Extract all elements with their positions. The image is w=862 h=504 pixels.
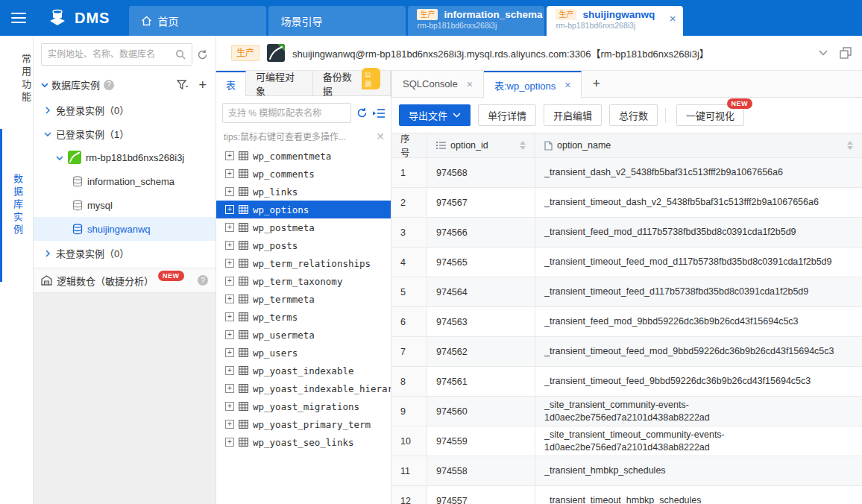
expand-icon[interactable]: +	[225, 294, 234, 303]
table-item-wp_links[interactable]: +wp_links	[216, 183, 391, 201]
table-item-wp_yoast_indexable_hierarc…[interactable]: +wp_yoast_indexable_hierarc…	[216, 379, 391, 397]
tree-item-information_schema[interactable]: information_schema	[34, 169, 216, 193]
sort-icons[interactable]	[520, 141, 526, 150]
cell-option-name[interactable]: _transient_feed_mod_d117b5738fbd35bd8c03…	[535, 218, 862, 247]
nav-tab-scene-guide[interactable]: 场景引导	[268, 6, 406, 36]
table-item-wp_users[interactable]: +wp_users	[216, 344, 391, 362]
object-tab-可编程对象[interactable]: 可编程对象	[246, 71, 313, 95]
chevron-right-icon[interactable]	[44, 250, 51, 256]
table-row[interactable]: 3974566_transient_feed_mod_d117b5738fbd3…	[391, 218, 862, 248]
table-row[interactable]: 4974565_transient_timeout_feed_mod_d117b…	[391, 248, 862, 277]
cell-option-name[interactable]: _transient_timeout_feed_mod_d117b5738fbd…	[535, 248, 862, 277]
table-row[interactable]: 9974560_site_transient_community-events-…	[391, 397, 862, 426]
table-item-wp_options[interactable]: +wp_options	[216, 201, 391, 218]
table-item-wp_terms[interactable]: +wp_terms	[216, 308, 391, 326]
expand-icon[interactable]: +	[225, 312, 234, 321]
copy-window-icon[interactable]	[840, 47, 852, 59]
expand-icon[interactable]: +	[225, 151, 234, 160]
expand-icon[interactable]: +	[225, 366, 234, 375]
close-icon[interactable]: ×	[467, 78, 473, 90]
cell-option-name[interactable]: _transient_timeout_feed_9bbd59226dc36b9b…	[535, 367, 862, 396]
table-search-input[interactable]	[228, 108, 345, 119]
table-row[interactable]: 6974563_transient_feed_mod_9bbd59226dc36…	[391, 307, 862, 337]
column-header-option-id[interactable]: option_id	[427, 133, 535, 157]
table-row[interactable]: 7974562_transient_timeout_feed_mod_9bbd5…	[391, 337, 862, 367]
tree-item-rm-bp181bd6nxs268i3j[interactable]: rm-bp181bd6nxs268i3j	[34, 145, 216, 169]
expand-icon[interactable]: +	[225, 241, 234, 250]
new-tab-button[interactable]: +	[582, 71, 611, 97]
table-item-wp_yoast_indexable[interactable]: +wp_yoast_indexable	[216, 362, 391, 379]
table-item-wp_yoast_primary_term[interactable]: +wp_yoast_primary_term	[216, 415, 391, 433]
expand-icon[interactable]: +	[225, 384, 234, 393]
tree-item-未登录实例0[interactable]: 未登录实例（0）	[34, 241, 216, 265]
rail-item-common-functions[interactable]: 常用功能	[0, 54, 33, 104]
tree-item-shuijingwanwq[interactable]: shuijingwanwq	[34, 217, 216, 241]
logical-warehouse-row[interactable]: 逻辑数仓（敏捷分析） NEW ?	[34, 268, 216, 293]
close-icon[interactable]: ×	[670, 13, 676, 24]
expand-icon[interactable]: +	[225, 205, 234, 214]
cell-option-name[interactable]: _transient_hmbkp_schedules	[535, 456, 862, 485]
refresh-icon[interactable]	[197, 49, 208, 60]
table-item-wp_posts[interactable]: +wp_posts	[216, 236, 391, 254]
table-row[interactable]: 11974558_transient_hmbkp_schedules	[391, 456, 862, 486]
expand-icon[interactable]: +	[225, 438, 234, 447]
cell-option-id[interactable]: 974562	[427, 337, 535, 366]
object-tab-备份数据[interactable]: 备份数据公测	[313, 71, 391, 95]
close-icon[interactable]: ✕	[376, 130, 385, 142]
table-row[interactable]: 12974557_transient_timeout_hmbkp_schedul…	[391, 486, 862, 504]
column-header-no[interactable]: 序号	[391, 133, 427, 157]
expand-icon[interactable]: +	[225, 169, 234, 178]
add-instance-icon[interactable]: +	[198, 78, 207, 92]
table-row[interactable]: 8974561_transient_timeout_feed_9bbd59226…	[391, 367, 862, 397]
cell-option-id[interactable]: 974568	[427, 158, 535, 187]
cell-option-name[interactable]: _transient_timeout_feed_d117b5738fbd35bd…	[535, 277, 862, 306]
table-row[interactable]: 5974564_transient_timeout_feed_d117b5738…	[391, 277, 862, 307]
tree-item-mysql[interactable]: mysql	[34, 193, 216, 217]
column-header-option-name[interactable]: option_name	[535, 133, 862, 157]
sort-icons[interactable]	[847, 141, 853, 150]
table-item-wp_usermeta[interactable]: +wp_usermeta	[216, 326, 391, 344]
expand-icon[interactable]: +	[225, 420, 234, 429]
chevron-right-icon[interactable]	[44, 107, 51, 113]
help-icon[interactable]: ?	[198, 275, 208, 286]
filter-icon[interactable]	[177, 80, 188, 90]
cell-option-id[interactable]: 974560	[427, 397, 535, 426]
nav-tab-home[interactable]: 首页	[129, 6, 266, 36]
cell-option-id[interactable]: 974559	[427, 426, 535, 456]
object-tab-表[interactable]: 表	[216, 71, 246, 96]
cell-option-id[interactable]: 974565	[427, 248, 535, 277]
cell-option-name[interactable]: _transient_dash_v2_5438fb5baf31c513fff2b…	[535, 158, 862, 187]
cell-option-id[interactable]: 974563	[427, 307, 535, 336]
cell-option-name[interactable]: _transient_timeout_feed_mod_9bbd59226dc3…	[535, 337, 862, 366]
brand-logo[interactable]: DMS	[37, 0, 129, 36]
table-item-wp_term_relationships[interactable]: +wp_term_relationships	[216, 254, 391, 272]
worksheet-tab-表:wp_options[interactable]: 表:wp_options×	[484, 71, 582, 98]
help-icon[interactable]: ?	[104, 80, 114, 90]
table-item-wp_yoast_seo_links[interactable]: +wp_yoast_seo_links	[216, 433, 391, 451]
instance-tab-shuijingwanwq[interactable]: 生产shuijingwanwqrm-bp181bd6nxs268i3j×	[547, 6, 683, 36]
expand-icon[interactable]: +	[225, 330, 234, 339]
collapse-list-icon[interactable]	[373, 108, 385, 119]
search-icon[interactable]	[175, 49, 186, 60]
table-item-wp_commentmeta[interactable]: +wp_commentmeta	[216, 147, 391, 165]
worksheet-tab-SQLConsole[interactable]: SQLConsole×	[391, 71, 484, 97]
expand-icon[interactable]: +	[225, 402, 234, 411]
cell-option-name[interactable]: _transient_feed_mod_9bbd59226dc36b9b26cd…	[535, 307, 862, 336]
expand-icon[interactable]: +	[225, 348, 234, 357]
cell-option-id[interactable]: 974561	[427, 367, 535, 396]
cell-option-name[interactable]: _transient_timeout_hmbkp_schedules	[535, 486, 862, 504]
visualize-button[interactable]: 一键可视化 NEW	[676, 104, 744, 126]
table-row[interactable]: 2974567_transient_timeout_dash_v2_5438fb…	[391, 188, 862, 218]
expand-icon[interactable]: +	[225, 259, 234, 268]
tree-item-免登录实例0[interactable]: 免登录实例（0）	[34, 98, 216, 122]
table-row[interactable]: 10974559_site_transient_timeout_communit…	[391, 426, 862, 456]
cell-option-name[interactable]: _site_transient_community-events-1d0aec2…	[535, 397, 862, 426]
row-detail-button[interactable]: 单行详情	[478, 104, 536, 126]
total-rows-button[interactable]: 总行数	[609, 104, 658, 126]
expand-icon[interactable]: +	[225, 277, 234, 286]
table-item-wp_postmeta[interactable]: +wp_postmeta	[216, 218, 391, 236]
cell-option-id[interactable]: 974557	[427, 486, 535, 504]
cell-option-id[interactable]: 974558	[427, 456, 535, 485]
table-item-wp_yoast_migrations[interactable]: +wp_yoast_migrations	[216, 397, 391, 415]
chevron-down-icon[interactable]	[41, 81, 48, 88]
